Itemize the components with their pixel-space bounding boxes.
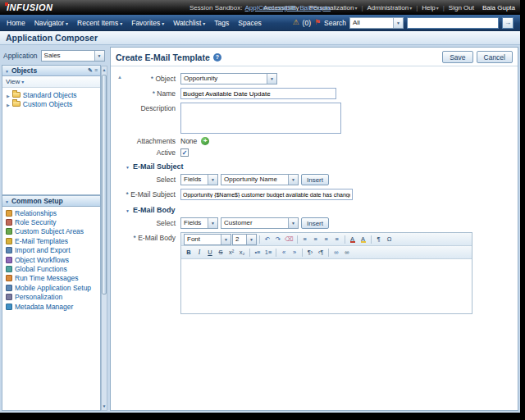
common-setup-panel-header[interactable]: Common Setup xyxy=(2,195,101,207)
unlink-button[interactable]: ∞ xyxy=(342,248,352,258)
underline-button[interactable]: U xyxy=(205,248,215,258)
outdent-button[interactable]: « xyxy=(279,248,289,258)
nav-watchlist[interactable]: Watchlist xyxy=(173,19,205,27)
sidebar-item-object-workflows[interactable]: Object Workflows xyxy=(2,255,100,264)
chevron-down-icon[interactable] xyxy=(221,235,231,244)
chevron-down-icon[interactable] xyxy=(208,218,217,228)
expand-icon[interactable] xyxy=(7,91,10,99)
nav-favorites[interactable]: Favorites xyxy=(131,19,164,27)
collapse-icon[interactable] xyxy=(126,206,130,214)
add-attachment-icon[interactable] xyxy=(201,137,209,145)
object-select[interactable]: Opportunity xyxy=(180,73,277,84)
notifications-icon[interactable]: ⚠ xyxy=(293,19,299,26)
chevron-down-icon[interactable] xyxy=(94,51,104,61)
scroll-up-button[interactable]: ▲ xyxy=(102,66,107,74)
chevron-down-icon[interactable] xyxy=(393,18,403,28)
active-checkbox[interactable] xyxy=(180,148,189,157)
notification-count[interactable]: (0) xyxy=(303,19,311,27)
align-right-icon[interactable]: ≡ xyxy=(322,235,331,244)
chevron-down-icon[interactable] xyxy=(267,74,276,84)
name-field[interactable] xyxy=(180,88,336,99)
body-field-select[interactable]: Customer xyxy=(221,217,299,229)
redo-icon[interactable]: ↷ xyxy=(273,235,283,244)
sidebar-item-relationships[interactable]: Relationships xyxy=(2,208,100,217)
collapse-icon[interactable] xyxy=(5,197,9,205)
administration-menu[interactable]: Administration xyxy=(368,4,413,11)
nav-navigator[interactable]: Navigator xyxy=(34,19,68,27)
subscript-button[interactable]: x₂ xyxy=(237,248,247,258)
body-insert-button[interactable]: Insert xyxy=(301,217,329,229)
collapse-icon[interactable] xyxy=(5,66,9,75)
chevron-down-icon[interactable] xyxy=(208,175,217,185)
sidebar-item-run-time-messages[interactable]: Run Time Messages xyxy=(2,274,100,283)
undo-icon[interactable]: ↶ xyxy=(262,235,272,244)
sidebar-item-personalization[interactable]: Personalization xyxy=(2,293,100,302)
email-body-section-header[interactable]: E-Mail Body xyxy=(126,206,518,214)
italic-button[interactable]: I xyxy=(194,248,204,258)
save-button[interactable]: Save xyxy=(442,51,472,63)
indent-button[interactable]: » xyxy=(290,248,299,258)
session-sandbox-link[interactable]: AppICoreLongSB_BalaGupta xyxy=(244,4,331,11)
subject-field-select[interactable]: Opportunity Name xyxy=(221,174,299,185)
edit-icon[interactable]: ✎ xyxy=(88,67,93,74)
special-character-icon[interactable]: Ω xyxy=(385,235,395,244)
rtl-paragraph-button[interactable]: ‹¶ xyxy=(316,248,326,258)
tree-item-custom-objects[interactable]: Custom Objects xyxy=(4,99,98,108)
align-justify-icon[interactable]: ≡ xyxy=(332,235,342,244)
numbered-list-button[interactable]: 1≡ xyxy=(263,248,273,258)
view-menu-button[interactable]: View xyxy=(2,76,100,88)
search-go-button[interactable]: → xyxy=(502,17,514,29)
sidebar-item-custom-subject-areas[interactable]: Custom Subject Areas xyxy=(2,227,100,236)
subject-insert-button[interactable]: Insert xyxy=(301,174,329,185)
font-select[interactable]: Font xyxy=(184,234,231,245)
superscript-button[interactable]: x² xyxy=(226,248,236,258)
application-select[interactable]: Sales xyxy=(41,50,105,62)
sidebar-item-global-functions[interactable]: Global Functions xyxy=(2,264,100,273)
bold-button[interactable]: B xyxy=(184,248,194,258)
sidebar-item-email-templates[interactable]: E-Mail Templates xyxy=(2,236,100,245)
bullet-list-button[interactable]: •≡ xyxy=(253,248,262,258)
nav-recent-items[interactable]: Recent Items xyxy=(77,19,122,27)
collapse-icon[interactable] xyxy=(126,162,130,171)
search-input[interactable] xyxy=(407,17,499,29)
sidebar-item-mobile-application-setup[interactable]: Mobile Application Setup xyxy=(2,283,100,292)
sidebar-item-metadata-manager[interactable]: Metadata Manager xyxy=(2,302,100,311)
scrollbar-thumb[interactable] xyxy=(102,75,107,294)
scroll-down-button[interactable]: ▼ xyxy=(102,403,107,410)
sign-out-link[interactable]: Sign Out xyxy=(449,4,474,11)
sidebar-item-role-security[interactable]: Role Security xyxy=(2,217,100,226)
sidebar-item-import-and-export[interactable]: Import and Export xyxy=(2,246,100,255)
align-left-icon[interactable]: ≡ xyxy=(300,235,310,244)
link-button[interactable]: ∞ xyxy=(331,248,341,258)
align-center-icon[interactable]: ≡ xyxy=(311,235,321,244)
strikethrough-button[interactable]: S xyxy=(216,248,226,258)
body-category-select[interactable]: Fields xyxy=(180,217,218,229)
tree-item-standard-objects[interactable]: Standard Objects xyxy=(4,90,98,99)
help-menu[interactable]: Help xyxy=(422,4,438,11)
text-color-icon[interactable]: A xyxy=(348,235,358,244)
tree-item-label[interactable]: Standard Objects xyxy=(23,91,77,99)
description-field[interactable] xyxy=(180,103,341,134)
expand-icon[interactable] xyxy=(7,100,10,108)
email-subject-section-header[interactable]: E-Mail Subject xyxy=(126,162,518,171)
nav-spaces[interactable]: Spaces xyxy=(238,19,261,27)
chevron-down-icon[interactable] xyxy=(246,235,256,244)
chevron-down-icon[interactable] xyxy=(288,218,298,228)
chevron-down-icon[interactable] xyxy=(288,175,298,185)
search-scope-select[interactable]: All xyxy=(349,17,404,29)
actions-menu-icon[interactable]: ≡ xyxy=(94,67,98,74)
sidebar-scrollbar[interactable]: ▲ ▼ xyxy=(101,66,107,411)
subject-category-select[interactable]: Fields xyxy=(180,174,218,185)
email-body-field[interactable] xyxy=(181,259,472,313)
highlight-color-icon[interactable]: A xyxy=(358,235,368,244)
nav-home[interactable]: Home xyxy=(7,19,25,27)
tree-item-label[interactable]: Custom Objects xyxy=(23,100,72,108)
font-size-select[interactable]: 2 xyxy=(232,234,257,245)
paragraph-icon[interactable]: ¶ xyxy=(374,235,384,244)
top-of-page-icon[interactable]: ▲ xyxy=(117,75,122,80)
remove-format-icon[interactable]: ⌫ xyxy=(284,235,294,244)
watchlist-flag-icon[interactable]: ⚑ xyxy=(314,19,321,26)
objects-panel-header[interactable]: Objects ✎ ≡ xyxy=(2,65,101,76)
ltr-paragraph-button[interactable]: ¶› xyxy=(305,248,315,258)
cancel-button[interactable]: Cancel xyxy=(477,51,513,63)
